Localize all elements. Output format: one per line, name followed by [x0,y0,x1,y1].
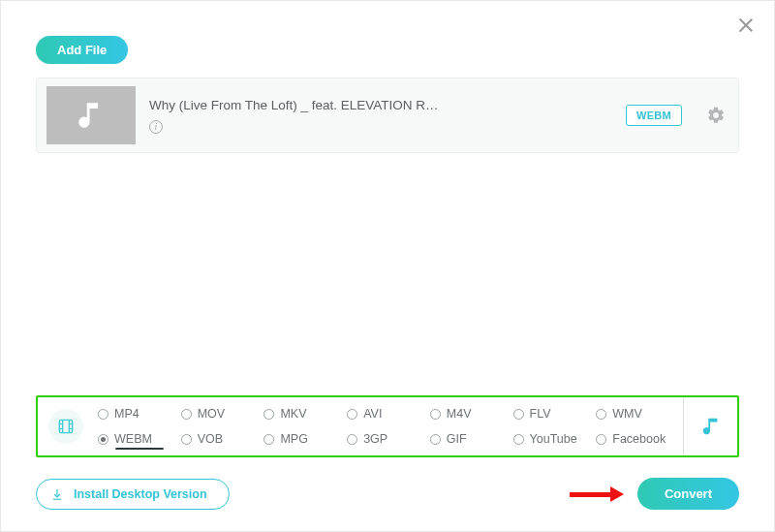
format-option-webm[interactable]: WEBM [98,432,181,446]
close-icon[interactable] [735,15,757,36]
convert-group: Convert [570,478,739,510]
radio-icon [98,409,108,420]
radio-icon [347,409,357,420]
file-row: Why (Live From The Loft) _ feat. ELEVATI… [36,78,739,153]
format-option-facebook[interactable]: Facebook [596,432,679,446]
converter-window: Add File Why (Live From The Loft) _ feat… [0,0,775,532]
format-label: M4V [447,407,472,421]
output-format-badge[interactable]: WEBM [626,105,682,126]
format-option-gif[interactable]: GIF [430,432,513,446]
radio-icon [181,409,192,420]
format-option-avi[interactable]: AVI [347,407,430,421]
radio-icon [98,434,108,445]
format-option-mpg[interactable]: MPG [264,432,347,446]
format-option-3gp[interactable]: 3GP [347,432,430,446]
radio-icon [513,409,524,420]
format-label: MPG [280,432,307,446]
settings-gear-icon[interactable] [705,105,727,126]
format-option-mov[interactable]: MOV [181,407,264,421]
format-label: 3GP [363,432,388,446]
format-label: MKV [280,407,306,421]
radio-icon [181,434,192,445]
convert-button[interactable]: Convert [637,478,739,510]
format-label: VOB [198,432,223,446]
annotation-arrow-icon [570,487,624,501]
radio-icon [430,409,441,420]
format-option-mp4[interactable]: MP4 [98,407,181,421]
bottom-bar: Install Desktop Version Convert [36,478,739,510]
radio-icon [513,434,524,445]
format-label: Facebook [612,432,666,446]
install-desktop-label: Install Desktop Version [74,487,207,501]
format-option-m4v[interactable]: M4V [430,407,513,421]
format-label: MOV [198,407,225,421]
svg-rect-0 [59,420,72,432]
format-label: WEBM [114,432,152,446]
film-icon [56,417,76,436]
format-label: MP4 [114,407,140,421]
format-option-vob[interactable]: VOB [181,432,264,446]
info-icon[interactable]: i [149,120,163,134]
file-text-block: Why (Live From The Loft) _ feat. ELEVATI… [149,98,612,134]
formats-grid: MP4MOVMKVAVIM4VFLVWMVWEBMVOBMPG3GPGIFYou… [94,397,683,455]
radio-icon [596,434,606,445]
radio-icon [264,409,274,420]
download-icon [50,487,64,501]
format-label: WMV [612,407,642,421]
radio-icon [430,434,441,445]
format-label: FLV [530,407,551,421]
format-label: YouTube [530,432,577,446]
radio-icon [347,434,357,445]
radio-icon [264,434,274,445]
install-desktop-button[interactable]: Install Desktop Version [36,479,230,510]
format-option-flv[interactable]: FLV [513,407,597,421]
audio-category-button[interactable] [683,397,737,455]
format-selection-panel: MP4MOVMKVAVIM4VFLVWMVWEBMVOBMPG3GPGIFYou… [36,395,739,457]
format-option-youtube[interactable]: YouTube [513,432,597,446]
radio-icon [596,409,606,420]
file-thumbnail [46,86,136,144]
add-file-button[interactable]: Add File [36,36,128,64]
selected-underline [115,448,164,450]
music-icon [700,416,722,437]
format-label: AVI [363,407,382,421]
format-option-mkv[interactable]: MKV [264,407,347,421]
video-category-button[interactable] [38,397,94,455]
format-label: GIF [447,432,467,446]
music-note-icon [75,99,108,132]
file-title: Why (Live From The Loft) _ feat. ELEVATI… [149,98,612,112]
format-option-wmv[interactable]: WMV [596,407,679,421]
